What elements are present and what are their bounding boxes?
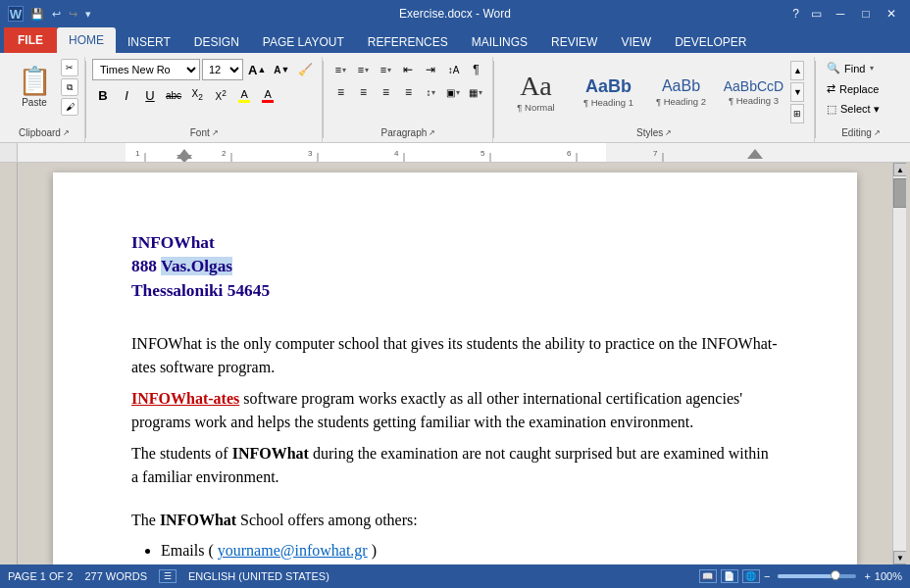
show-hide-button[interactable]: ¶	[465, 59, 486, 80]
bold-button[interactable]: B	[92, 84, 114, 106]
italic-button[interactable]: I	[116, 84, 137, 106]
line-spacing-button[interactable]: ↕▾	[420, 81, 441, 103]
tab-design[interactable]: DESIGN	[182, 31, 251, 53]
align-left-icon: ≡	[337, 85, 344, 99]
city-line: Thessaloniki 54645	[131, 279, 779, 303]
style-heading3[interactable]: AaBbCcD ¶ Heading 3	[718, 59, 788, 125]
paste-button[interactable]: 📋 Paste	[10, 59, 59, 116]
close-button[interactable]: ✕	[881, 6, 902, 22]
font-color-button[interactable]: A	[257, 84, 278, 106]
grow-font-button[interactable]: A ▲	[245, 59, 269, 80]
window-title: Exercise.docx - Word	[399, 7, 511, 21]
font-row1: Times New Ro 12 A ▲ A ▼ 🧹	[92, 59, 316, 80]
zoom-slider[interactable]	[778, 574, 856, 578]
save-button[interactable]: 💾	[27, 8, 47, 21]
title-bar-controls: ? ▭ ─ □ ✕	[788, 6, 902, 22]
clipboard-group: 📋 Paste ✂ ⧉ 🖌 Clipboard ↗	[4, 57, 85, 142]
multilevel-list-button[interactable]: ≡▾	[375, 59, 396, 80]
track-changes-icon[interactable]: ☰	[159, 569, 177, 583]
scroll-thumb[interactable]	[893, 178, 907, 208]
paragraph-mark-icon: ¶	[473, 63, 479, 76]
editing-launcher[interactable]: ↗	[874, 128, 881, 137]
font-size-select[interactable]: 12	[202, 59, 243, 80]
numbered-list-button[interactable]: ≡▾	[352, 59, 374, 80]
zoom-out-button[interactable]: −	[764, 570, 770, 582]
scroll-up-button[interactable]: ▲	[893, 163, 907, 176]
styles-more-button[interactable]: ⊞	[790, 104, 804, 123]
style-heading1[interactable]: AaBb ¶ Heading 1	[573, 59, 643, 125]
border-icon: ▦	[469, 87, 478, 98]
restore-button[interactable]: □	[855, 6, 877, 22]
format-painter-button[interactable]: 🖌	[61, 98, 78, 116]
tab-view[interactable]: VIEW	[609, 31, 663, 53]
ribbon-toggle-button[interactable]: ▭	[807, 7, 826, 21]
underline-button[interactable]: U	[139, 84, 161, 106]
shrink-font-button[interactable]: A ▼	[271, 59, 292, 80]
clipboard-launcher[interactable]: ↗	[63, 128, 70, 137]
email-link[interactable]: yourname@infowhat.gr	[218, 542, 368, 559]
tab-home[interactable]: HOME	[57, 27, 116, 53]
read-mode-icon[interactable]: 📖	[699, 569, 717, 583]
styles-launcher[interactable]: ↗	[665, 128, 672, 137]
increase-indent-button[interactable]: ⇥	[420, 59, 441, 80]
redo-button[interactable]: ↪	[66, 8, 80, 21]
cut-button[interactable]: ✂	[61, 59, 78, 76]
print-layout-icon[interactable]: 📄	[721, 569, 738, 583]
copy-button[interactable]: ⧉	[61, 78, 78, 96]
offer-list: Emails ( yourname@infowhat.gr ) Web site…	[161, 540, 779, 564]
tab-page-layout[interactable]: PAGE LAYOUT	[251, 31, 356, 53]
style-normal[interactable]: Aa ¶ Normal	[500, 59, 571, 125]
undo-button[interactable]: ↩	[49, 8, 64, 21]
align-center-button[interactable]: ≡	[352, 81, 374, 103]
paragraph-3: The students of INFOWhat during the exam…	[131, 442, 779, 489]
offer-name: INFOWhat	[160, 512, 236, 528]
svg-text:4: 4	[394, 149, 399, 158]
replace-button[interactable]: ⇄ Replace	[822, 79, 900, 98]
select-button[interactable]: ⬚ Select ▾	[822, 100, 900, 119]
subscript-button[interactable]: X2	[186, 84, 208, 106]
paragraph-launcher[interactable]: ↗	[429, 128, 435, 137]
tab-review[interactable]: REVIEW	[539, 31, 609, 53]
paragraph-label: Paragraph ↗	[329, 125, 486, 140]
tab-mailings[interactable]: MAILINGS	[460, 31, 539, 53]
styles-scroll-up[interactable]: ▲	[790, 61, 804, 80]
h2-label: ¶ Heading 2	[656, 96, 706, 107]
tab-references[interactable]: REFERENCES	[356, 31, 460, 53]
bullet-list-button[interactable]: ≡▾	[329, 59, 351, 80]
font-launcher[interactable]: ↗	[212, 128, 219, 137]
help-button[interactable]: ?	[788, 7, 803, 21]
clear-format-button[interactable]: 🧹	[294, 59, 316, 80]
scroll-track[interactable]	[893, 208, 906, 551]
status-bar-left: PAGE 1 OF 2 277 WORDS ☰ ENGLISH (UNITED …	[8, 569, 329, 583]
tab-insert[interactable]: INSERT	[116, 31, 182, 53]
align-left-button[interactable]: ≡	[329, 81, 351, 103]
font-row2: B I U abc X2 X2 A A	[92, 84, 278, 106]
align-right-button[interactable]: ≡	[375, 81, 396, 103]
strikethrough-button[interactable]: abc	[163, 84, 184, 106]
styles-scroll-down[interactable]: ▼	[790, 82, 804, 102]
border-button[interactable]: ▦▾	[465, 81, 486, 103]
font-name-select[interactable]: Times New Ro	[92, 59, 200, 80]
scroll-down-button[interactable]: ▼	[893, 551, 907, 564]
document-page[interactable]: INFOWhat 888 Vas.Olgas Thessaloniki 5464…	[53, 172, 857, 564]
address-block: INFOWhat 888 Vas.Olgas Thessaloniki 5464…	[131, 231, 779, 303]
tab-developer[interactable]: DEVELOPER	[663, 31, 758, 53]
tab-file[interactable]: FILE	[4, 27, 57, 53]
h3-preview: AaBbCcD	[724, 79, 784, 93]
web-layout-icon[interactable]: 🌐	[742, 569, 760, 583]
font-group-content: Times New Ro 12 A ▲ A ▼ 🧹 B	[92, 59, 316, 125]
superscript-button[interactable]: X2	[210, 84, 231, 106]
justify-button[interactable]: ≡	[397, 81, 419, 103]
text-highlight-button[interactable]: A	[233, 84, 255, 106]
decrease-indent-button[interactable]: ⇤	[397, 59, 419, 80]
style-heading2[interactable]: AaBb ¶ Heading 2	[645, 59, 716, 125]
sort-button[interactable]: ↕A	[442, 59, 464, 80]
word-app-icon[interactable]: W	[8, 6, 24, 22]
document-area[interactable]: INFOWhat 888 Vas.Olgas Thessaloniki 5464…	[18, 163, 892, 564]
shading-button[interactable]: ▣▾	[442, 81, 464, 103]
find-button[interactable]: 🔍 Find ▾	[822, 59, 900, 77]
vertical-scrollbar[interactable]: ▲ ▼	[892, 163, 906, 564]
zoom-in-button[interactable]: +	[864, 570, 870, 582]
customize-qat-button[interactable]: ▾	[82, 8, 94, 21]
minimize-button[interactable]: ─	[830, 6, 851, 22]
